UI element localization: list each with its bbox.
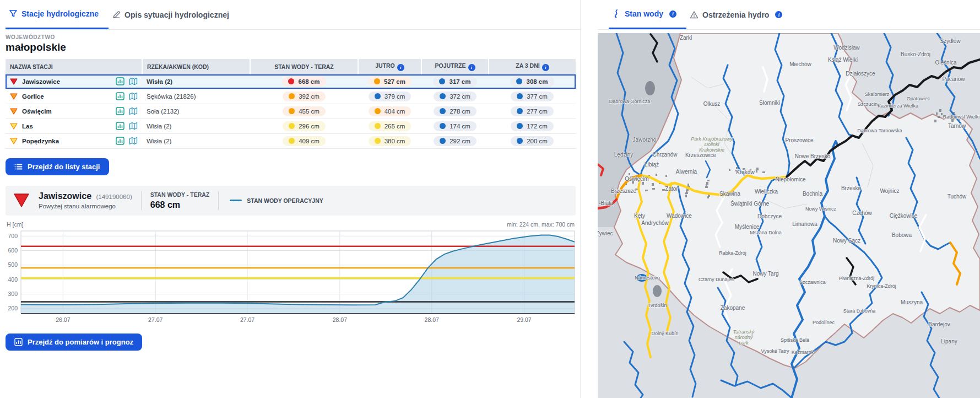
chart-icon[interactable] [116, 107, 124, 115]
svg-text:27.07: 27.07 [240, 316, 255, 323]
tab-stacje-hydrologiczne[interactable]: Stacje hydrologiczne [6, 0, 109, 29]
water-level-value: 392 cm [283, 92, 326, 101]
svg-text:300: 300 [8, 290, 18, 297]
station-row[interactable]: PopędzynkaWisła (2)409 cm380 cm292 cm200… [6, 133, 576, 148]
state-dot-icon [516, 78, 522, 84]
chart-icon[interactable] [116, 92, 124, 100]
map-city-label: Oleśnica [935, 60, 957, 66]
map-city-label: národný [735, 335, 753, 340]
map-city-label: Wieliczka [755, 189, 778, 195]
alarm-triangle-icon [13, 193, 30, 208]
water-level-chart: H [cm] min: 224 cm, max: 700 cm 20030040… [6, 220, 576, 327]
info-icon[interactable]: i [468, 64, 475, 71]
state-dot-icon [375, 108, 381, 114]
map-city-label: Kežmarok [792, 349, 814, 355]
svg-text:29.07: 29.07 [517, 316, 531, 323]
map-city-label: Krakowskie [699, 147, 724, 153]
state-dot-icon [517, 123, 523, 129]
map-city-label: Olkusz [703, 101, 721, 107]
map-city-label: Wadowice [667, 213, 692, 219]
y-axis-title: H [cm] [7, 221, 23, 228]
station-row[interactable]: JawiszowiceWisła (2)668 cm527 cm317 cm30… [6, 74, 576, 89]
water-level-value: 527 cm [368, 77, 412, 87]
station-state-triangle-icon [10, 93, 18, 100]
map-icon[interactable] [129, 137, 138, 145]
map-city-label: Opatowiec [907, 96, 930, 101]
map-city-label: Rabka-Zdrój [719, 250, 746, 256]
water-level-value: 409 cm [283, 136, 326, 146]
tab-label: Stan wody [625, 9, 663, 18]
map-city-label: Dolinki [704, 142, 719, 147]
hydrograph-plot: 20030040050060070026.0727.0727.0728.0728… [6, 230, 576, 325]
map-city-label: Dobczyce [757, 213, 782, 219]
map-panel: Stan wody i Ostrzeżenia hydro i ZarkiSzy… [598, 0, 980, 398]
map-icon[interactable] [129, 122, 138, 130]
state-dot-icon [517, 108, 523, 114]
column-header: STAN WODY - TERAZ [250, 59, 358, 74]
info-icon[interactable]: i [775, 11, 782, 18]
chart-icon[interactable] [116, 77, 124, 85]
map-city-label: Dąbrowa Górnicza [609, 99, 651, 104]
station-row[interactable]: GorliceSękówka (21826)392 cm379 cm372 cm… [6, 89, 576, 104]
current-level-label: STAN WODY - TERAZ [150, 191, 210, 198]
map-city-label: Myślenice [735, 224, 760, 230]
map-city-label: Dąbrowa Tarnowska [857, 128, 902, 133]
water-level-value: 404 cm [369, 106, 412, 116]
chart-icon[interactable] [116, 122, 124, 130]
go-to-station-list-button[interactable]: Przejdź do listy stacji [6, 158, 109, 175]
state-dot-icon [375, 123, 381, 129]
station-state-triangle-icon [10, 108, 18, 115]
water-level-value: 292 cm [434, 136, 477, 146]
water-level-value: 278 cm [434, 106, 477, 116]
info-icon[interactable]: i [669, 10, 676, 18]
province-label: WOJEWÓDZTWO [6, 34, 580, 40]
map-city-label: Lędziny [614, 152, 633, 158]
column-header: JUTROi [358, 59, 421, 74]
map-city-label: Muszyna [901, 299, 923, 305]
station-name: Las [22, 123, 111, 130]
map-city-label: Bobowa [892, 232, 912, 238]
station-row[interactable]: LasWisła (2)296 cm265 cm174 cm172 cm [6, 119, 576, 133]
chart-icon[interactable] [116, 137, 124, 145]
left-tab-bar: Stacje hydrologiczne Opis sytuacji hydro… [6, 0, 580, 30]
map-city-label: Czchów [852, 210, 872, 216]
map-city-label: Andrychów [641, 220, 669, 226]
svg-text:400: 400 [8, 276, 18, 282]
river-name: Wisła (2) [142, 133, 250, 148]
state-dot-icon [440, 138, 446, 144]
svg-text:700: 700 [8, 232, 18, 239]
divider [141, 191, 142, 210]
map-city-label: Wodzisław [833, 45, 860, 51]
map-icon[interactable] [129, 77, 138, 85]
map-city-label: Bardejov [928, 321, 950, 327]
tab-stan-wody[interactable]: Stan wody i [609, 0, 686, 29]
map-icon[interactable] [129, 107, 138, 115]
map-city-label: Spišská Belá [781, 337, 809, 343]
map-city-label: Libiąż [645, 162, 659, 168]
map-city-label: Mszana Dolna [750, 230, 782, 235]
station-state-triangle-icon [10, 123, 18, 130]
tab-opis-sytuacji[interactable]: Opis sytuacji hydrologicznej [109, 0, 239, 29]
warning-icon [690, 10, 699, 19]
stations-table: NAZWA STACJIRZEKA/AKWEN (KOD)STAN WODY -… [6, 59, 576, 149]
go-to-measurements-button[interactable]: Przejdź do pomiarów i prognoz [6, 334, 142, 351]
station-row[interactable]: OświęcimSoła (2132)455 cm404 cm278 cm277… [6, 104, 576, 119]
station-state-triangle-icon [10, 78, 18, 85]
tab-label: Stacje hydrologiczne [21, 9, 99, 18]
info-icon[interactable]: i [397, 64, 404, 71]
hydro-map[interactable]: ZarkiSzydłówWodzisławKsiąż WielkiBusko-Z… [598, 33, 980, 398]
map-city-label: Busko-Zdrój [901, 51, 930, 57]
map-city-label: park [738, 340, 749, 346]
tab-ostrzezenia-hydro[interactable]: Ostrzeżenia hydro i [686, 0, 792, 29]
province-name: małopolskie [6, 41, 580, 53]
river-name: Wisła (2) [142, 74, 250, 89]
water-level-value: 372 cm [434, 92, 477, 101]
info-icon[interactable]: i [542, 64, 549, 71]
water-level-value: 174 cm [434, 121, 477, 131]
water-level-value: 377 cm [511, 92, 554, 101]
map-city-label: Krzeszowice [685, 152, 717, 158]
state-dot-icon [374, 78, 380, 84]
state-dot-icon [517, 138, 523, 144]
map-city-label: Szydłów [940, 38, 961, 44]
map-icon[interactable] [129, 92, 138, 100]
